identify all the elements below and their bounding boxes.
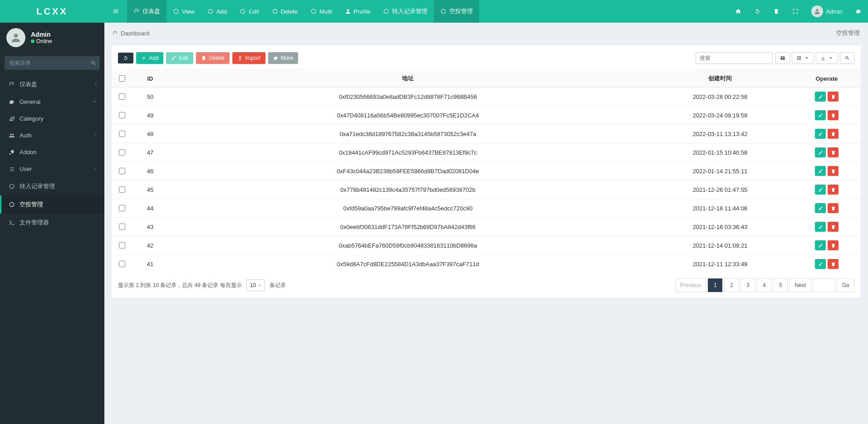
row-checkbox[interactable] xyxy=(119,224,125,230)
row-delete-button[interactable] xyxy=(828,203,839,213)
page-prev[interactable]: Previous xyxy=(675,278,706,292)
sidebar-item[interactable]: 转入记录管理 xyxy=(0,177,104,195)
toolbar: Add Edit Delete Import More xyxy=(112,47,861,69)
sidebar-item[interactable]: 文件管理器 xyxy=(0,214,104,232)
search-input[interactable] xyxy=(696,52,773,64)
row-edit-button[interactable] xyxy=(815,110,826,120)
row-delete-button[interactable] xyxy=(828,185,839,195)
table-row: 440xfd59a0aa795be799afc9f7ef48a4c5edcc72… xyxy=(112,199,861,218)
sidebar-item[interactable]: User〈 xyxy=(0,161,104,177)
import-button[interactable]: Import xyxy=(232,52,265,64)
breadcrumb[interactable]: Dashboard xyxy=(113,30,150,37)
row-checkbox[interactable] xyxy=(119,93,125,100)
row-edit-button[interactable] xyxy=(815,147,826,157)
row-edit-button[interactable] xyxy=(815,92,826,102)
sidebar-item[interactable]: Addon xyxy=(0,144,104,161)
topnav-item[interactable]: Add xyxy=(201,0,233,23)
select-all-checkbox[interactable] xyxy=(119,75,125,82)
page-go-input[interactable] xyxy=(813,278,835,292)
row-edit-button[interactable] xyxy=(815,166,826,176)
row-checkbox[interactable] xyxy=(119,149,125,156)
topnav-item[interactable]: Profile xyxy=(338,0,377,23)
row-checkbox[interactable] xyxy=(119,131,125,137)
topnav-item[interactable]: Delete xyxy=(265,0,304,23)
records-summary-suffix: 条记录 xyxy=(270,282,286,289)
page-number[interactable]: 5 xyxy=(773,278,788,292)
row-edit-button[interactable] xyxy=(815,240,826,250)
topnav-item[interactable]: View xyxy=(167,0,201,23)
sidebar-search-input[interactable] xyxy=(5,56,87,70)
nav-home[interactable] xyxy=(729,0,748,23)
sidebar-toggle[interactable] xyxy=(104,0,127,23)
row-delete-button[interactable] xyxy=(828,222,839,232)
page-number[interactable]: 2 xyxy=(724,278,739,292)
pencil-icon xyxy=(818,150,823,155)
nav-fullscreen[interactable] xyxy=(786,0,805,23)
search-button[interactable] xyxy=(840,52,854,64)
nav-refresh[interactable] xyxy=(748,0,767,23)
brand-logo[interactable]: LCXX xyxy=(0,0,104,23)
row-edit-button[interactable] xyxy=(815,259,826,269)
trash-icon xyxy=(831,243,836,248)
sidebar-search xyxy=(5,56,100,70)
row-delete-button[interactable] xyxy=(828,166,839,176)
topnav-item[interactable]: 仪表盘 xyxy=(127,0,167,23)
col-address[interactable]: 地址 xyxy=(168,70,647,88)
sidebar-item-label: 仪表盘 xyxy=(20,80,37,88)
row-delete-button[interactable] xyxy=(828,92,839,102)
page-number[interactable]: 1 xyxy=(708,278,722,292)
toggle-view-button[interactable] xyxy=(775,52,790,64)
sidebar-item[interactable]: 空投管理 xyxy=(0,195,104,214)
row-edit-button[interactable] xyxy=(815,222,826,232)
sidebar-item[interactable]: Auth〈 xyxy=(0,127,104,144)
cell-created: 2021-12-18 03:36:43 xyxy=(647,218,793,236)
row-delete-button[interactable] xyxy=(828,129,839,139)
pencil-icon xyxy=(818,224,823,229)
nav-settings[interactable] xyxy=(849,0,868,23)
edit-button[interactable]: Edit xyxy=(166,52,193,64)
row-edit-button[interactable] xyxy=(815,129,826,139)
sidebar-item[interactable]: Category xyxy=(0,110,104,127)
trash-icon xyxy=(831,262,836,267)
sidebar-item-label: Auth xyxy=(20,132,32,139)
row-delete-button[interactable] xyxy=(828,110,839,120)
home-icon xyxy=(735,8,741,15)
sidebar-item[interactable]: 仪表盘〈 xyxy=(0,75,104,93)
refresh-button[interactable] xyxy=(118,53,133,63)
col-id[interactable]: ID xyxy=(132,70,168,88)
page-go-button[interactable]: Go xyxy=(837,278,854,292)
sidebar-user-panel: Admin Online xyxy=(0,23,104,53)
sidebar-item[interactable]: General﹀ xyxy=(0,93,104,110)
topnav-item[interactable]: Edit xyxy=(233,0,265,23)
cell-created: 2022-01-15 10:40:58 xyxy=(647,143,793,162)
page-number[interactable]: 4 xyxy=(757,278,771,292)
add-button[interactable]: Add xyxy=(136,52,163,64)
topnav-item[interactable]: Multi xyxy=(304,0,338,23)
row-delete-button[interactable] xyxy=(828,240,839,250)
row-checkbox[interactable] xyxy=(119,168,125,174)
row-edit-button[interactable] xyxy=(815,203,826,213)
export-button[interactable] xyxy=(816,52,838,64)
col-created[interactable]: 创建时间 xyxy=(647,70,793,88)
row-checkbox[interactable] xyxy=(119,112,125,118)
topnav-item[interactable]: 转入记录管理 xyxy=(377,0,434,23)
delete-button[interactable]: Delete xyxy=(196,52,230,64)
sidebar-search-button[interactable] xyxy=(87,60,100,66)
columns-button[interactable] xyxy=(792,52,814,64)
topnav-item[interactable]: 空投管理 xyxy=(434,0,479,23)
more-button[interactable]: More xyxy=(268,52,298,64)
row-edit-button[interactable] xyxy=(815,185,826,195)
nav-user-menu[interactable]: Admin xyxy=(805,0,849,23)
trash-icon xyxy=(831,224,836,229)
row-delete-button[interactable] xyxy=(828,259,839,269)
row-delete-button[interactable] xyxy=(828,147,839,157)
page-number[interactable]: 3 xyxy=(740,278,755,292)
pencil-icon xyxy=(818,132,823,136)
row-checkbox[interactable] xyxy=(119,242,125,249)
row-checkbox[interactable] xyxy=(119,186,125,193)
row-checkbox[interactable] xyxy=(119,261,125,267)
row-checkbox[interactable] xyxy=(119,205,125,211)
nav-clear[interactable] xyxy=(767,0,786,23)
page-size-select[interactable]: 10 xyxy=(246,279,265,291)
page-next[interactable]: Next xyxy=(790,278,811,292)
